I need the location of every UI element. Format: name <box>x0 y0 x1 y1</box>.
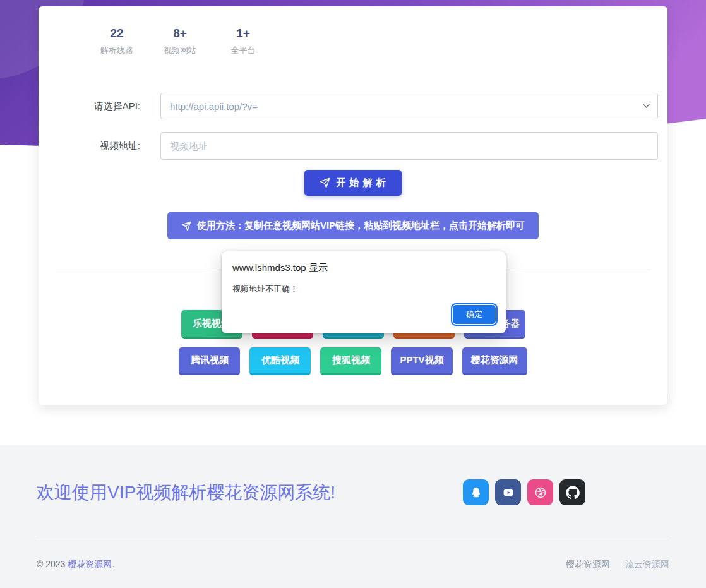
alert-dialog-title: www.lshmds3.top 显示 <box>232 262 495 274</box>
stat-label: 视频网站 <box>160 45 200 56</box>
dribbble-social-button[interactable] <box>527 479 553 505</box>
copyright-suffix: . <box>112 559 114 569</box>
stats-row: 22 解析线路 8+ 视频网站 1+ 全平台 <box>48 27 658 56</box>
stat-all-platforms: 1+ 全平台 <box>223 27 263 56</box>
stat-value: 22 <box>97 27 137 40</box>
parse-button-row: 开 始 解 析 <box>48 170 658 196</box>
usage-tip-row: 使用方法：复制任意视频网站VIP链接，粘贴到视频地址栏，点击开始解析即可 <box>48 212 658 239</box>
qq-penguin-icon <box>469 486 483 500</box>
footer-link-liuyun[interactable]: 流云资源网 <box>625 559 669 570</box>
api-select-wrap: http://api.apii.top/?v= <box>160 93 658 119</box>
video-url-label: 视频地址: <box>48 140 160 152</box>
site-link-button-pptv[interactable]: PPTV视频 <box>391 347 452 375</box>
main-card: 22 解析线路 8+ 视频网站 1+ 全平台 请选择API: http://ap… <box>39 6 667 405</box>
video-url-wrap <box>160 132 658 160</box>
copyright-site-link[interactable]: 樱花资源网 <box>68 559 112 569</box>
start-parse-label: 开 始 解 析 <box>336 177 386 189</box>
github-octocat-icon <box>566 486 580 500</box>
start-parse-button[interactable]: 开 始 解 析 <box>304 170 402 196</box>
js-alert-dialog: www.lshmds3.top 显示 视频地址不正确！ 确定 <box>222 251 506 333</box>
alert-dialog-message: 视频地址不正确！ <box>232 284 495 295</box>
stat-value: 1+ <box>223 27 263 40</box>
site-buttons-row-2: 腾讯视频 优酷视频 搜狐视频 PPTV视频 樱花资源网 <box>48 347 658 375</box>
dribbble-icon <box>534 486 547 500</box>
api-select-label: 请选择API: <box>48 100 160 112</box>
video-url-form-row: 视频地址: <box>48 132 658 160</box>
stat-video-sites: 8+ 视频网站 <box>160 27 200 56</box>
youtube-social-button[interactable] <box>495 479 521 505</box>
social-icons <box>463 479 585 505</box>
paper-plane-icon <box>320 177 330 188</box>
site-link-button-youku[interactable]: 优酷视频 <box>249 347 311 375</box>
api-select[interactable]: http://api.apii.top/?v= <box>160 93 658 119</box>
site-link-button-sohu[interactable]: 搜狐视频 <box>320 347 381 375</box>
footer-headline: 欢迎使用VIP视频解析樱花资源网系统! <box>37 481 335 505</box>
copyright: © 2023 樱花资源网. <box>37 559 114 570</box>
site-link-button-tencent[interactable]: 腾讯视频 <box>179 347 240 375</box>
github-social-button[interactable] <box>559 479 585 505</box>
stat-parse-lines: 22 解析线路 <box>97 27 137 56</box>
footer-top-row: 欢迎使用VIP视频解析樱花资源网系统! <box>37 445 669 505</box>
video-url-input[interactable] <box>160 132 658 160</box>
footer-link-yinghua[interactable]: 樱花资源网 <box>566 559 610 570</box>
stat-label: 解析线路 <box>97 45 137 56</box>
footer-bottom-row: © 2023 樱花资源网. 樱花资源网 流云资源网 <box>37 536 669 570</box>
site-link-button-yinghua[interactable]: 樱花资源网 <box>462 347 527 375</box>
youtube-icon <box>501 486 515 500</box>
stat-value: 8+ <box>160 27 200 40</box>
api-form-row: 请选择API: http://api.apii.top/?v= <box>48 93 658 119</box>
alert-ok-button[interactable]: 确定 <box>453 305 496 324</box>
usage-tip-banner: 使用方法：复制任意视频网站VIP链接，粘贴到视频地址栏，点击开始解析即可 <box>167 212 539 239</box>
footer: 欢迎使用VIP视频解析樱花资源网系统! <box>0 445 706 588</box>
usage-tip-text: 使用方法：复制任意视频网站VIP链接，粘贴到视频地址栏，点击开始解析即可 <box>197 220 525 232</box>
qq-social-button[interactable] <box>463 479 489 505</box>
paper-plane-icon <box>181 221 191 231</box>
stat-label: 全平台 <box>223 45 263 56</box>
copyright-prefix: © 2023 <box>37 559 68 569</box>
footer-links: 樱花资源网 流云资源网 <box>566 559 669 570</box>
